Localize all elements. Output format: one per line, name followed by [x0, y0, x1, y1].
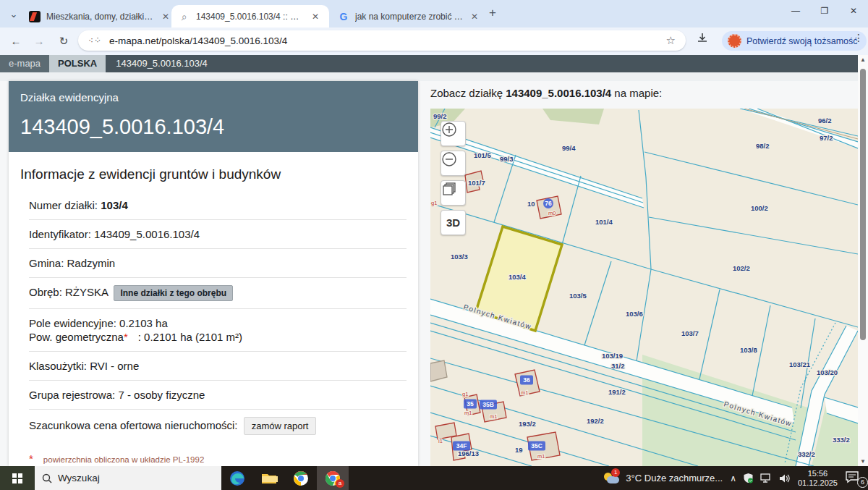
search-placeholder: Wyszukaj: [58, 473, 100, 483]
breadcrumb: 143409_5.0016.103/4: [106, 55, 218, 72]
profile-alert-icon: [728, 34, 741, 48]
section-title-registry: Informacje z ewidencji gruntów i budynkó…: [20, 166, 407, 182]
registry-row: Identyfikator: 143409_5.0016.103/4: [29, 220, 407, 249]
restore-button[interactable]: ❐: [810, 0, 839, 23]
parcel-label: 103/21: [789, 360, 811, 368]
taskbar-clock[interactable]: 15:56 01.12.2025: [798, 469, 838, 488]
scrollbar-thumb[interactable]: [860, 69, 866, 340]
weather-text: 3°C Duże zachmurze...: [626, 473, 723, 483]
address-point: 35B: [480, 400, 497, 410]
search-icon: [42, 473, 52, 483]
3d-button[interactable]: 3D: [441, 210, 466, 235]
notification-center-icon[interactable]: 6: [845, 470, 864, 486]
page-scrollbar[interactable]: ▲ ▼: [858, 55, 868, 466]
parcel-label: 98/2: [756, 142, 770, 150]
close-button[interactable]: ✕: [839, 0, 868, 23]
taskbar-search[interactable]: Wyszukaj: [35, 466, 221, 490]
tab-close-icon[interactable]: ✕: [312, 12, 319, 22]
parcel-label: 101/7: [468, 179, 485, 187]
browser-tab-3[interactable]: G jak na komputerze zrobić zrzut ✕: [331, 5, 490, 28]
forward-button[interactable]: →: [30, 33, 48, 50]
parcel-id: 143409_5.0016.103/4: [20, 115, 407, 139]
chrome-profile-badge: a: [336, 479, 344, 488]
zoom-in-button[interactable]: [441, 121, 466, 146]
layers-button[interactable]: [441, 180, 466, 206]
map-title: Zobacz działkę 143409_5.0016.103/4 na ma…: [430, 87, 662, 99]
building-label: g1: [431, 200, 437, 206]
parcel-label: 333/2: [833, 436, 850, 444]
parcel-label: 10: [527, 200, 535, 208]
identity-confirm-button[interactable]: Potwierdź swoją tożsamość: [722, 31, 867, 51]
svg-text:36: 36: [523, 376, 530, 384]
browser-tab-strip: ⌄ Mieszkania, domy, działki, lokal ✕ ⌕ 1…: [0, 0, 868, 28]
notification-count: 6: [857, 477, 868, 488]
browser-tab-2-active[interactable]: ⌕ 143409_5.0016.103/4 :: Działka ✕: [171, 5, 329, 28]
minimize-button[interactable]: —: [781, 0, 810, 23]
parcel-label: 31/2: [611, 362, 625, 370]
building-label: m1: [490, 413, 497, 420]
parcel-label: 96/2: [818, 117, 832, 124]
building-label: m0: [548, 210, 556, 216]
emapa-brand[interactable]: e-mapa: [0, 55, 49, 72]
polska-tab[interactable]: POLSKA: [49, 55, 106, 72]
edge-icon[interactable]: [221, 466, 253, 490]
order-report-button[interactable]: zamów raport: [244, 417, 317, 435]
parcel-label: 103/4: [509, 273, 526, 281]
volume-icon[interactable]: [779, 473, 791, 483]
tab-search-chevron-icon[interactable]: ⌄: [6, 7, 22, 22]
parcel-label: 191/2: [608, 388, 626, 396]
parcel-label: 103/20: [817, 368, 838, 376]
parcel-label: 99/3: [500, 155, 514, 163]
content-gap: [0, 72, 858, 81]
tab-close-icon[interactable]: ✕: [471, 12, 478, 22]
address-point: 76: [543, 198, 553, 208]
window-controls: — ❐ ✕: [781, 0, 868, 23]
network-icon[interactable]: [760, 473, 773, 483]
windows-logo-icon: [12, 473, 22, 483]
start-button[interactable]: [0, 466, 35, 490]
building-label: g1: [462, 391, 468, 397]
site-info-icon[interactable]: ⁖⁘: [88, 35, 102, 46]
parcel-label: 99/4: [562, 144, 576, 152]
chrome-icon-active[interactable]: a: [317, 466, 349, 490]
bookmark-star-icon[interactable]: ☆: [666, 34, 676, 47]
tab-close-icon[interactable]: ✕: [162, 12, 169, 22]
security-shield-icon[interactable]: [743, 473, 754, 483]
parcel-label: 103/3: [451, 253, 468, 261]
cadastral-map[interactable]: Polnych KwiatówPolnych Kwiatów 99/296/29…: [430, 109, 858, 466]
building-label: i1: [438, 438, 443, 444]
address-point: 34F: [453, 442, 470, 451]
file-explorer-icon[interactable]: [253, 466, 285, 490]
parcel-label: 97/2: [820, 134, 833, 142]
parcel-label: 193/2: [519, 420, 536, 428]
scroll-down-icon[interactable]: ▼: [858, 458, 868, 465]
browser-tab-1[interactable]: Mieszkania, domy, działki, lokal ✕: [22, 5, 177, 28]
downloads-icon[interactable]: [697, 33, 708, 47]
chrome-icon[interactable]: [285, 466, 317, 490]
panel-header: Działka ewidencyjna 143409_5.0016.103/4: [9, 81, 418, 152]
parcel-label: 103/6: [626, 310, 643, 318]
browser-menu-icon[interactable]: ⋮: [854, 32, 864, 43]
svg-text:35C: 35C: [531, 442, 542, 449]
parcel-label: 102/2: [733, 264, 750, 272]
zoom-out-button[interactable]: [441, 151, 466, 176]
reload-button[interactable]: ↻: [55, 33, 72, 50]
new-tab-button[interactable]: +: [489, 6, 496, 20]
other-parcels-button[interactable]: Inne działki z tego obrębu: [114, 285, 233, 301]
panel-header-label: Działka ewidencyjna: [20, 91, 407, 104]
registry-row: Pole ewidencyjne: 0.2103 haPow. geometry…: [29, 309, 407, 352]
address-point: 36: [520, 376, 533, 385]
taskbar-weather[interactable]: 1 3°C Duże zachmurze...: [604, 473, 723, 483]
parcel-label: 19: [515, 446, 523, 454]
otodom-favicon-icon: [29, 11, 41, 22]
address-bar[interactable]: ⁖⁘ e-mapa.net/polska/143409_5.0016.103/4…: [78, 30, 686, 51]
registry-row: Grupa rejestrowa: 7 - osoby fizyczne: [29, 381, 407, 410]
url-text[interactable]: e-mapa.net/polska/143409_5.0016.103/4: [109, 35, 665, 46]
registry-row: Obręb: RŻYSKA Inne działki z tego obrębu: [29, 278, 407, 309]
scroll-up-icon[interactable]: ▲: [858, 56, 868, 63]
windows-taskbar: Wyszukaj a 1 3°C Duże zachmurze... ∧ 15:…: [0, 466, 868, 490]
registry-rows: Numer działki: 103/4Identyfikator: 14340…: [20, 191, 407, 442]
back-button[interactable]: ←: [7, 33, 25, 50]
tray-expand-icon[interactable]: ∧: [730, 473, 736, 483]
address-point: 35: [464, 400, 477, 409]
